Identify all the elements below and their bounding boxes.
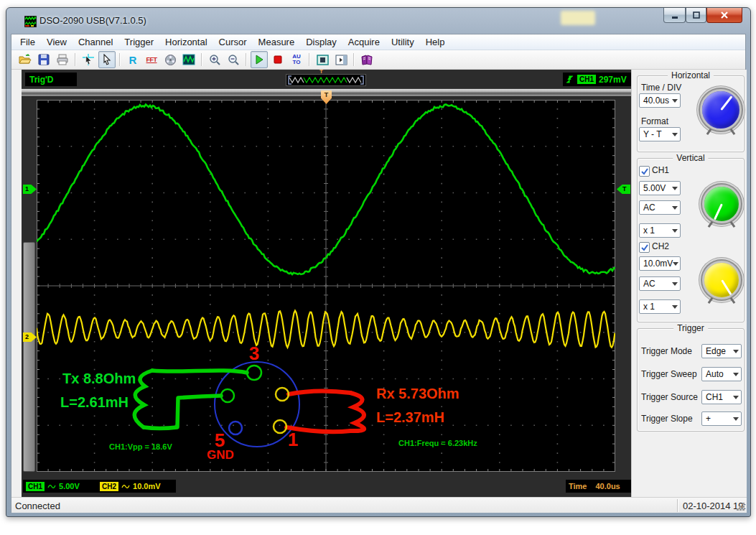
toolbar-separator [201, 53, 202, 66]
titlebar-highlight-artifact [561, 11, 595, 25]
menu-file[interactable]: File [14, 35, 41, 49]
app-window: DSO-2090 USB(V7.1.0.5) File View Channel… [6, 7, 751, 517]
ch2-probe-select[interactable]: x 1 [639, 299, 681, 314]
menu-cursor[interactable]: Cursor [213, 35, 253, 49]
trigger-group-title: Trigger [673, 323, 708, 333]
edge-trigger-icon [566, 74, 574, 85]
control-panel: Horizontal Time / DIV 40.0us Format Y - … [631, 70, 747, 497]
minimize-button[interactable] [663, 8, 686, 23]
play-icon [254, 55, 264, 65]
self-calibration-button[interactable]: R [124, 51, 141, 68]
fullscreen-button[interactable] [314, 51, 331, 68]
toolbar-separator [353, 53, 355, 66]
stop-icon [274, 55, 282, 64]
autoset-button[interactable]: AU TO [288, 51, 305, 68]
knob-indicator [720, 96, 732, 111]
toolbar-separator [309, 53, 310, 66]
format-value: Y - T [643, 129, 662, 139]
ch2-coupling-select[interactable]: AC [639, 276, 681, 291]
scope-display-region: Trig'D T CH1 297mV T [22, 70, 631, 497]
chevron-down-icon [733, 373, 739, 379]
trigger-slope-value: + [706, 414, 711, 424]
help-book-icon [360, 55, 373, 65]
ch1-position-knob[interactable] [702, 185, 741, 223]
statusbar-datetime: 02-10-2014 19: [683, 501, 746, 511]
ch1-volts-per-div: 5.00V [59, 482, 80, 490]
menu-horizontal[interactable]: Horizontal [159, 35, 213, 49]
pointer-tool-button[interactable] [98, 51, 116, 68]
trigger-source-label: Trigger Source [641, 392, 698, 402]
chevron-down-icon [672, 305, 678, 312]
side-panel-toggle-button[interactable] [332, 51, 350, 68]
horizontal-knob[interactable] [700, 89, 742, 131]
chevron-down-icon [733, 396, 739, 402]
start-button[interactable] [251, 51, 268, 68]
ch1-scale-readout: CH1 5.00V [23, 480, 97, 493]
trigger-mode-select[interactable]: Edge [701, 344, 742, 358]
trigger-sweep-label: Trigger Sweep [641, 369, 697, 379]
trigger-mode-label: Trigger Mode [641, 346, 692, 356]
menu-utility[interactable]: Utility [386, 35, 420, 49]
auto-glyph-bottom: TO [292, 60, 301, 65]
ch1-volts-select[interactable]: 5.00V [639, 181, 681, 195]
open-button[interactable] [17, 51, 34, 68]
menu-display[interactable]: Display [300, 35, 342, 49]
format-select[interactable]: Y - T [639, 127, 681, 141]
zoom-out-button[interactable] [225, 51, 242, 68]
ch1-position-marker[interactable]: 1 [23, 185, 37, 194]
color-settings-button[interactable] [162, 51, 179, 68]
ch2-checkbox-label: CH2 [652, 241, 669, 251]
ch1-coupling-select[interactable]: AC [639, 200, 681, 215]
zoom-in-button[interactable] [206, 51, 223, 68]
time-per-div: 40.0us [595, 482, 620, 490]
trigger-level-value: 297mV [599, 75, 627, 85]
chevron-down-icon [672, 99, 678, 106]
knob-indicator [713, 203, 722, 220]
trigger-level-marker[interactable]: T [617, 185, 630, 194]
pointer-arrow-icon [101, 54, 113, 65]
waveform-preview-scrollbar[interactable] [286, 74, 366, 86]
stop-button[interactable] [269, 51, 286, 68]
checkmark-icon [641, 168, 648, 175]
waveform-display-button[interactable] [180, 51, 197, 68]
time-div-select[interactable]: 40.0us [639, 93, 681, 108]
ch1-probe-select[interactable]: x 1 [639, 223, 681, 238]
ch1-enable-checkbox[interactable] [639, 166, 650, 177]
color-reel-icon [164, 54, 177, 66]
save-button[interactable] [35, 51, 52, 68]
trigger-sweep-select[interactable]: Auto [701, 367, 742, 381]
menu-help[interactable]: Help [420, 35, 451, 49]
menu-channel[interactable]: Channel [73, 35, 118, 49]
scope-graticule [37, 100, 615, 472]
zoom-in-icon [209, 54, 221, 66]
menu-trigger[interactable]: Trigger [118, 35, 159, 49]
menu-measure[interactable]: Measure [253, 35, 301, 49]
cursor-measure-button[interactable] [80, 51, 97, 68]
close-icon [719, 11, 729, 19]
ch2-volts-select[interactable]: 10.0mV [639, 256, 681, 271]
ch2-enable-checkbox[interactable] [639, 242, 650, 253]
trigger-source-select[interactable]: CH1 [701, 390, 742, 404]
menu-acquire[interactable]: Acquire [342, 35, 386, 49]
trigger-slope-select[interactable]: + [701, 411, 742, 426]
side-panel-icon [335, 55, 347, 65]
maximize-icon [692, 11, 701, 19]
ch2-position-knob[interactable] [702, 261, 741, 299]
fft-button[interactable]: FFT [143, 51, 160, 68]
save-icon [38, 54, 50, 65]
chevron-down-icon [733, 417, 739, 424]
time-div-value: 40.0us [643, 96, 669, 106]
chevron-down-icon [672, 229, 678, 236]
close-button[interactable] [706, 8, 742, 23]
knob-indicator [721, 279, 732, 295]
resize-grip[interactable] [742, 508, 745, 511]
menu-view[interactable]: View [41, 35, 73, 49]
vertical-position-slider[interactable] [23, 242, 35, 472]
connection-status: Connected [15, 501, 60, 511]
maximize-button[interactable] [686, 8, 706, 23]
toolbar-separator [119, 53, 121, 66]
titlebar[interactable]: DSO-2090 USB(V7.1.0.5) [6, 8, 750, 34]
chevron-down-icon [672, 187, 678, 193]
print-button[interactable] [54, 51, 71, 68]
help-button[interactable] [358, 51, 375, 68]
